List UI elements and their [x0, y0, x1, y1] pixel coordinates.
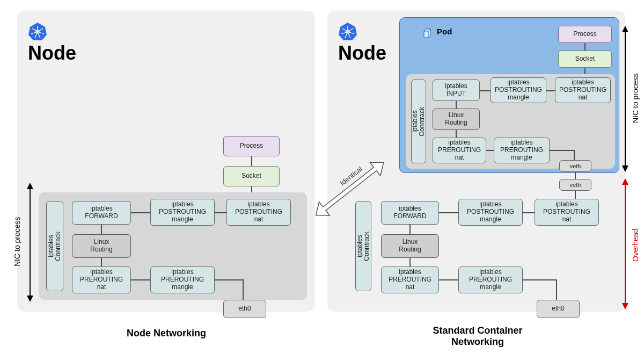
- pod-ipt-post-mangle: iptables POSTROUTING mangle: [491, 77, 546, 103]
- left-ipt-forward: iptables FORWARD: [72, 201, 131, 225]
- connector: [251, 156, 252, 166]
- right-ipt-post-mangle: iptables POSTROUTING mangle: [458, 199, 523, 226]
- box-label: iptables POSTROUTING mangle: [495, 79, 542, 101]
- pod-linux-routing: Linux Routing: [433, 109, 480, 130]
- box-label: iptables INPUT: [445, 83, 467, 98]
- connector: [456, 130, 457, 138]
- kubernetes-icon: [338, 21, 357, 41]
- right-caption: Standard Container Networking: [408, 325, 547, 348]
- right-node-title: Node: [338, 42, 386, 64]
- right-overhead-arrow: [621, 178, 630, 309]
- box-label: iptables PREROUTING mangle: [161, 269, 204, 291]
- left-eth0: eth0: [223, 300, 266, 318]
- box-label: iptables POSTROUTING nat: [235, 201, 282, 223]
- left-ipt-post-mangle: iptables POSTROUTING mangle: [150, 199, 215, 226]
- pod-ipt-input: iptables INPUT: [433, 80, 480, 101]
- box-label: iptables POSTROUTING nat: [543, 201, 590, 223]
- kubernetes-icon: [28, 21, 47, 41]
- connector: [456, 101, 457, 109]
- svg-marker-10: [27, 183, 33, 189]
- connector: [131, 279, 150, 280]
- left-conntrack: iptables Conntrack: [46, 201, 63, 291]
- left-linux-routing: Linux Routing: [72, 234, 131, 258]
- box-label: iptables PREROUTING nat: [80, 269, 123, 291]
- box-label: eth0: [552, 305, 564, 313]
- box-label: Linux Routing: [445, 112, 467, 127]
- right-socket: Socket: [558, 51, 612, 68]
- box-label: Process: [573, 31, 596, 38]
- left-nic-label: NIC to process: [13, 212, 21, 271]
- left-ipt-pre-nat: iptables PREROUTING nat: [72, 267, 131, 293]
- pod-ipt-pre-nat: iptables PREROUTING nat: [433, 138, 486, 163]
- box-label: Socket: [241, 172, 261, 180]
- svg-marker-11: [27, 296, 33, 302]
- right-overhead-label: Overhead: [631, 224, 640, 267]
- connector: [480, 90, 491, 91]
- pod-ipt-post-nat: iptables POSTROUTING nat: [555, 77, 611, 103]
- right-nic-label: NIC to process: [631, 69, 640, 128]
- svg-marker-28: [622, 178, 628, 185]
- box-label: Process: [240, 142, 263, 150]
- connector: [215, 212, 226, 213]
- right-linux-routing: Linux Routing: [381, 234, 439, 258]
- connector: [101, 258, 102, 267]
- box-label: iptables PREROUTING nat: [438, 139, 481, 161]
- right-eth0: eth0: [537, 300, 580, 318]
- right-nic-arrow: [621, 26, 630, 172]
- connector: [409, 258, 411, 267]
- connector: [439, 212, 458, 213]
- right-ipt-post-nat: iptables POSTROUTING nat: [535, 199, 599, 226]
- box-label: iptables PREROUTING mangle: [469, 269, 512, 291]
- connector: [439, 279, 458, 280]
- pod-ipt-pre-mangle: iptables PREROUTING mangle: [494, 138, 550, 163]
- box-label: veth: [570, 182, 581, 189]
- left-node-title: Node: [28, 42, 76, 64]
- svg-marker-25: [622, 26, 628, 32]
- connector: [101, 225, 102, 234]
- left-process: Process: [223, 136, 280, 156]
- box-label: eth0: [238, 305, 251, 313]
- left-nic-arrow: [26, 183, 34, 302]
- left-ipt-post-nat: iptables POSTROUTING nat: [226, 199, 291, 226]
- left-socket: Socket: [223, 166, 280, 186]
- connector: [409, 225, 411, 234]
- box-label: Socket: [575, 55, 595, 63]
- connector: [523, 212, 535, 213]
- connector: [584, 43, 586, 51]
- connector: [486, 150, 494, 151]
- right-process: Process: [558, 26, 612, 43]
- svg-marker-22: [424, 31, 428, 38]
- connector: [546, 90, 555, 91]
- box-label: iptables FORWARD: [85, 205, 118, 220]
- pod-cube-icon: [422, 28, 433, 39]
- box-label: iptables Conntrack: [356, 232, 370, 261]
- pod-label: Pod: [437, 27, 452, 36]
- box-label: iptables PREROUTING nat: [389, 269, 431, 291]
- box-label: Linux Routing: [399, 239, 421, 254]
- veth-inner: veth: [559, 160, 591, 172]
- box-label: iptables Conntrack: [48, 232, 62, 261]
- left-ipt-pre-mangle: iptables PREROUTING mangle: [150, 267, 215, 293]
- connector: [575, 172, 576, 179]
- identical-arrow: [298, 157, 406, 227]
- box-label: iptables Conntrack: [412, 107, 426, 136]
- box-label: veth: [570, 163, 581, 170]
- svg-marker-26: [622, 165, 628, 172]
- box-label: iptables PREROUTING mangle: [500, 139, 543, 161]
- box-label: iptables POSTROUTING mangle: [159, 201, 206, 223]
- left-caption: Node Networking: [97, 328, 236, 339]
- veth-outer: veth: [559, 179, 591, 191]
- box-label: Linux Routing: [90, 239, 112, 254]
- svg-marker-29: [622, 303, 628, 309]
- right-ipt-pre-nat: iptables PREROUTING nat: [381, 267, 439, 293]
- connector: [131, 212, 150, 213]
- pod-conntrack: iptables Conntrack: [411, 80, 426, 163]
- box-label: iptables POSTROUTING nat: [559, 79, 606, 101]
- right-ipt-pre-mangle: iptables PREROUTING mangle: [458, 267, 523, 293]
- box-label: iptables POSTROUTING mangle: [467, 201, 514, 223]
